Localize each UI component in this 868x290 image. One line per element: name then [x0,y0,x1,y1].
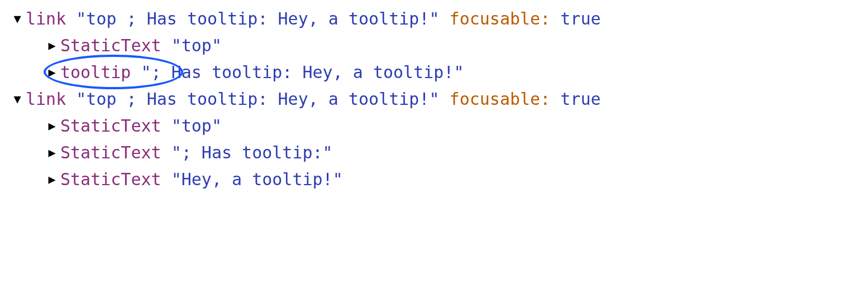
ax-name: "Hey, a tooltip!" [171,166,343,193]
ax-attr-value: true [560,86,600,113]
spacer [66,6,76,32]
expand-arrow-icon[interactable]: ▼ [11,89,23,109]
tree-row[interactable]: ▶ tooltip "; Has tooltip: Hey, a tooltip… [11,59,857,86]
ax-role: StaticText [60,113,161,139]
spacer [440,86,450,113]
colon: : [540,86,550,113]
ax-attr-key: focusable [450,86,541,113]
ax-attr-value: true [560,6,600,32]
expand-arrow-icon[interactable]: ▶ [46,143,58,162]
ax-name: "; Has tooltip: Hey, a tooltip!" [141,59,464,86]
tree-row[interactable]: ▶ StaticText "top" [11,113,857,139]
ax-role: tooltip [60,59,131,86]
ax-name: "top ; Has tooltip: Hey, a tooltip!" [76,6,439,32]
tree-row[interactable]: ▶ StaticText "top" [11,32,857,59]
ax-role: StaticText [60,166,161,193]
ax-attr-key: focusable [450,6,541,32]
spacer [161,32,171,59]
ax-role: link [26,86,66,113]
tree-row[interactable]: ▼ link "top ; Has tooltip: Hey, a toolti… [11,6,857,32]
expand-arrow-icon[interactable]: ▶ [46,62,58,82]
tree-row[interactable]: ▼ link "top ; Has tooltip: Hey, a toolti… [11,86,857,113]
expand-arrow-icon[interactable]: ▶ [46,116,58,136]
spacer [550,6,560,32]
spacer [161,166,171,193]
expand-arrow-icon[interactable]: ▼ [11,9,23,28]
ax-name: "top" [171,113,222,139]
expand-arrow-icon[interactable]: ▶ [46,170,58,189]
ax-name: "top" [171,32,222,59]
spacer [161,139,171,166]
ax-role: link [26,6,66,32]
tree-row[interactable]: ▶ StaticText "; Has tooltip:" [11,139,857,166]
spacer [66,86,76,113]
spacer [161,113,171,139]
ax-role: StaticText [60,32,161,59]
ax-name: "; Has tooltip:" [171,139,333,166]
tree-row[interactable]: ▶ StaticText "Hey, a tooltip!" [11,166,857,193]
spacer [550,86,560,113]
spacer [131,59,141,86]
spacer [440,6,450,32]
expand-arrow-icon[interactable]: ▶ [46,36,58,55]
colon: : [540,6,550,32]
ax-name: "top ; Has tooltip: Hey, a tooltip!" [76,86,439,113]
ax-role: StaticText [60,139,161,166]
